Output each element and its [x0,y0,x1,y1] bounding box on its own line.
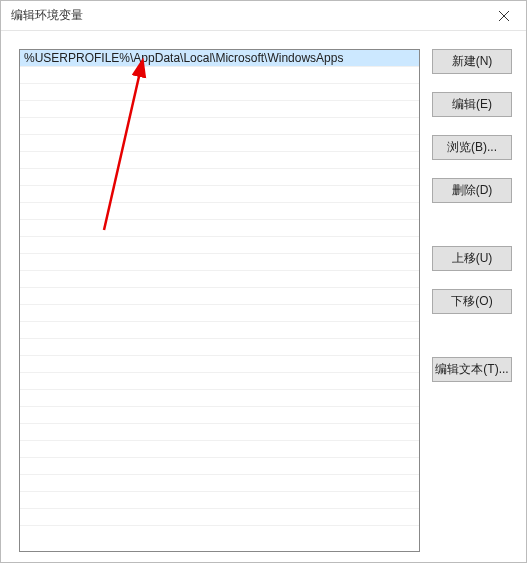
close-button[interactable] [481,1,526,31]
list-item-empty[interactable] [20,254,419,271]
button-column: 新建(N) 编辑(E) 浏览(B)... 删除(D) 上移(U) 下移(O) 编… [432,49,512,552]
list-item-empty[interactable] [20,356,419,373]
list-item-empty[interactable] [20,237,419,254]
list-item-empty[interactable] [20,152,419,169]
list-item-empty[interactable] [20,220,419,237]
delete-button[interactable]: 删除(D) [432,178,512,203]
window-title: 编辑环境变量 [11,7,83,24]
list-item-empty[interactable] [20,84,419,101]
list-item-empty[interactable] [20,339,419,356]
list-item-empty[interactable] [20,322,419,339]
move-up-button[interactable]: 上移(U) [432,246,512,271]
edit-text-button[interactable]: 编辑文本(T)... [432,357,512,382]
list-item-empty[interactable] [20,186,419,203]
move-down-button[interactable]: 下移(O) [432,289,512,314]
list-item-empty[interactable] [20,373,419,390]
browse-button[interactable]: 浏览(B)... [432,135,512,160]
list-item-empty[interactable] [20,407,419,424]
new-button[interactable]: 新建(N) [432,49,512,74]
list-item-empty[interactable] [20,288,419,305]
list-item-empty[interactable] [20,271,419,288]
list-item-empty[interactable] [20,67,419,84]
titlebar: 编辑环境变量 [1,1,526,31]
dialog-window: 编辑环境变量 %USERPROFILE%\AppData\Local\Micro… [0,0,527,563]
list-item-empty[interactable] [20,424,419,441]
list-item-empty[interactable] [20,135,419,152]
list-item-empty[interactable] [20,390,419,407]
list-item[interactable]: %USERPROFILE%\AppData\Local\Microsoft\Wi… [20,50,419,67]
path-list[interactable]: %USERPROFILE%\AppData\Local\Microsoft\Wi… [19,49,420,552]
list-item-empty[interactable] [20,492,419,509]
list-item-empty[interactable] [20,305,419,322]
list-item-empty[interactable] [20,169,419,186]
list-item-empty[interactable] [20,441,419,458]
list-item-empty[interactable] [20,458,419,475]
list-item-empty[interactable] [20,475,419,492]
list-item-empty[interactable] [20,203,419,220]
list-item-empty[interactable] [20,101,419,118]
content-area: %USERPROFILE%\AppData\Local\Microsoft\Wi… [1,31,526,562]
list-item-empty[interactable] [20,118,419,135]
list-item-empty[interactable] [20,509,419,526]
edit-button[interactable]: 编辑(E) [432,92,512,117]
close-icon [499,11,509,21]
